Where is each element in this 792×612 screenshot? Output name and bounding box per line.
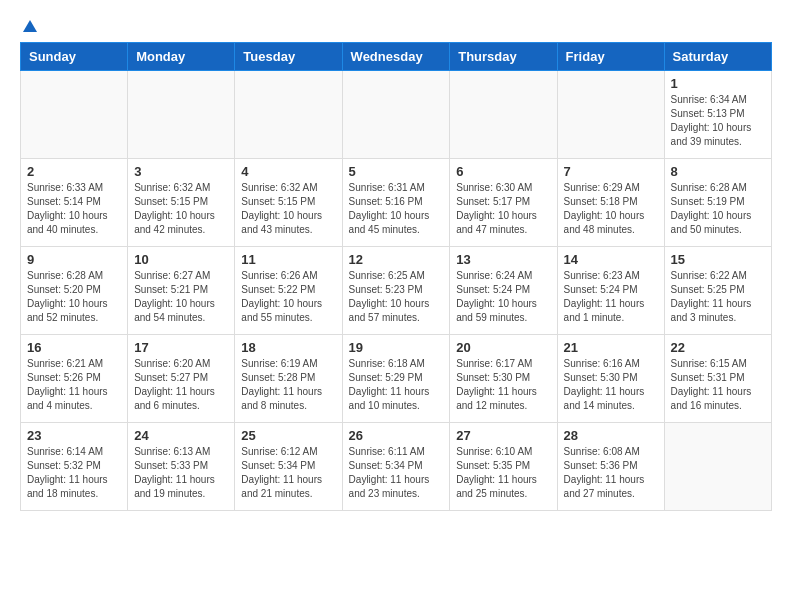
day-cell (664, 423, 771, 511)
day-number: 7 (564, 164, 658, 179)
day-detail: Sunrise: 6:32 AM Sunset: 5:15 PM Dayligh… (134, 181, 228, 237)
day-number: 16 (27, 340, 121, 355)
day-cell: 15Sunrise: 6:22 AM Sunset: 5:25 PM Dayli… (664, 247, 771, 335)
day-detail: Sunrise: 6:21 AM Sunset: 5:26 PM Dayligh… (27, 357, 121, 413)
day-detail: Sunrise: 6:12 AM Sunset: 5:34 PM Dayligh… (241, 445, 335, 501)
day-number: 1 (671, 76, 765, 91)
day-cell: 27Sunrise: 6:10 AM Sunset: 5:35 PM Dayli… (450, 423, 557, 511)
day-number: 27 (456, 428, 550, 443)
day-detail: Sunrise: 6:28 AM Sunset: 5:20 PM Dayligh… (27, 269, 121, 325)
day-number: 18 (241, 340, 335, 355)
header-saturday: Saturday (664, 43, 771, 71)
day-detail: Sunrise: 6:26 AM Sunset: 5:22 PM Dayligh… (241, 269, 335, 325)
day-number: 14 (564, 252, 658, 267)
day-cell: 18Sunrise: 6:19 AM Sunset: 5:28 PM Dayli… (235, 335, 342, 423)
week-row-2: 9Sunrise: 6:28 AM Sunset: 5:20 PM Daylig… (21, 247, 772, 335)
header-sunday: Sunday (21, 43, 128, 71)
day-number: 26 (349, 428, 444, 443)
day-detail: Sunrise: 6:20 AM Sunset: 5:27 PM Dayligh… (134, 357, 228, 413)
day-number: 28 (564, 428, 658, 443)
header-friday: Friday (557, 43, 664, 71)
day-number: 12 (349, 252, 444, 267)
day-number: 24 (134, 428, 228, 443)
day-number: 15 (671, 252, 765, 267)
day-detail: Sunrise: 6:34 AM Sunset: 5:13 PM Dayligh… (671, 93, 765, 149)
day-cell: 2Sunrise: 6:33 AM Sunset: 5:14 PM Daylig… (21, 159, 128, 247)
day-cell (128, 71, 235, 159)
logo (20, 20, 37, 32)
day-detail: Sunrise: 6:16 AM Sunset: 5:30 PM Dayligh… (564, 357, 658, 413)
day-cell: 26Sunrise: 6:11 AM Sunset: 5:34 PM Dayli… (342, 423, 450, 511)
day-cell: 7Sunrise: 6:29 AM Sunset: 5:18 PM Daylig… (557, 159, 664, 247)
day-detail: Sunrise: 6:31 AM Sunset: 5:16 PM Dayligh… (349, 181, 444, 237)
day-detail: Sunrise: 6:22 AM Sunset: 5:25 PM Dayligh… (671, 269, 765, 325)
day-number: 2 (27, 164, 121, 179)
calendar-header-row: SundayMondayTuesdayWednesdayThursdayFrid… (21, 43, 772, 71)
day-cell: 17Sunrise: 6:20 AM Sunset: 5:27 PM Dayli… (128, 335, 235, 423)
day-detail: Sunrise: 6:24 AM Sunset: 5:24 PM Dayligh… (456, 269, 550, 325)
day-cell (342, 71, 450, 159)
day-cell: 6Sunrise: 6:30 AM Sunset: 5:17 PM Daylig… (450, 159, 557, 247)
day-detail: Sunrise: 6:33 AM Sunset: 5:14 PM Dayligh… (27, 181, 121, 237)
day-detail: Sunrise: 6:11 AM Sunset: 5:34 PM Dayligh… (349, 445, 444, 501)
day-detail: Sunrise: 6:18 AM Sunset: 5:29 PM Dayligh… (349, 357, 444, 413)
day-cell (235, 71, 342, 159)
day-cell: 28Sunrise: 6:08 AM Sunset: 5:36 PM Dayli… (557, 423, 664, 511)
day-cell: 23Sunrise: 6:14 AM Sunset: 5:32 PM Dayli… (21, 423, 128, 511)
day-detail: Sunrise: 6:10 AM Sunset: 5:35 PM Dayligh… (456, 445, 550, 501)
day-cell: 22Sunrise: 6:15 AM Sunset: 5:31 PM Dayli… (664, 335, 771, 423)
day-detail: Sunrise: 6:30 AM Sunset: 5:17 PM Dayligh… (456, 181, 550, 237)
day-detail: Sunrise: 6:27 AM Sunset: 5:21 PM Dayligh… (134, 269, 228, 325)
day-number: 3 (134, 164, 228, 179)
week-row-4: 23Sunrise: 6:14 AM Sunset: 5:32 PM Dayli… (21, 423, 772, 511)
day-detail: Sunrise: 6:29 AM Sunset: 5:18 PM Dayligh… (564, 181, 658, 237)
day-number: 17 (134, 340, 228, 355)
day-cell: 8Sunrise: 6:28 AM Sunset: 5:19 PM Daylig… (664, 159, 771, 247)
day-cell: 9Sunrise: 6:28 AM Sunset: 5:20 PM Daylig… (21, 247, 128, 335)
calendar-table: SundayMondayTuesdayWednesdayThursdayFrid… (20, 42, 772, 511)
day-cell: 21Sunrise: 6:16 AM Sunset: 5:30 PM Dayli… (557, 335, 664, 423)
day-cell: 14Sunrise: 6:23 AM Sunset: 5:24 PM Dayli… (557, 247, 664, 335)
day-number: 11 (241, 252, 335, 267)
day-detail: Sunrise: 6:28 AM Sunset: 5:19 PM Dayligh… (671, 181, 765, 237)
day-cell: 5Sunrise: 6:31 AM Sunset: 5:16 PM Daylig… (342, 159, 450, 247)
header-thursday: Thursday (450, 43, 557, 71)
day-detail: Sunrise: 6:13 AM Sunset: 5:33 PM Dayligh… (134, 445, 228, 501)
day-number: 10 (134, 252, 228, 267)
day-cell: 3Sunrise: 6:32 AM Sunset: 5:15 PM Daylig… (128, 159, 235, 247)
day-cell (21, 71, 128, 159)
day-number: 22 (671, 340, 765, 355)
week-row-1: 2Sunrise: 6:33 AM Sunset: 5:14 PM Daylig… (21, 159, 772, 247)
day-detail: Sunrise: 6:17 AM Sunset: 5:30 PM Dayligh… (456, 357, 550, 413)
week-row-3: 16Sunrise: 6:21 AM Sunset: 5:26 PM Dayli… (21, 335, 772, 423)
day-number: 4 (241, 164, 335, 179)
header-tuesday: Tuesday (235, 43, 342, 71)
day-detail: Sunrise: 6:25 AM Sunset: 5:23 PM Dayligh… (349, 269, 444, 325)
day-number: 5 (349, 164, 444, 179)
day-cell: 16Sunrise: 6:21 AM Sunset: 5:26 PM Dayli… (21, 335, 128, 423)
day-detail: Sunrise: 6:14 AM Sunset: 5:32 PM Dayligh… (27, 445, 121, 501)
day-cell: 19Sunrise: 6:18 AM Sunset: 5:29 PM Dayli… (342, 335, 450, 423)
day-detail: Sunrise: 6:08 AM Sunset: 5:36 PM Dayligh… (564, 445, 658, 501)
day-number: 19 (349, 340, 444, 355)
day-number: 13 (456, 252, 550, 267)
day-cell: 25Sunrise: 6:12 AM Sunset: 5:34 PM Dayli… (235, 423, 342, 511)
day-cell: 1Sunrise: 6:34 AM Sunset: 5:13 PM Daylig… (664, 71, 771, 159)
week-row-0: 1Sunrise: 6:34 AM Sunset: 5:13 PM Daylig… (21, 71, 772, 159)
day-cell: 20Sunrise: 6:17 AM Sunset: 5:30 PM Dayli… (450, 335, 557, 423)
page-header (20, 20, 772, 32)
day-cell: 12Sunrise: 6:25 AM Sunset: 5:23 PM Dayli… (342, 247, 450, 335)
day-number: 6 (456, 164, 550, 179)
day-detail: Sunrise: 6:23 AM Sunset: 5:24 PM Dayligh… (564, 269, 658, 325)
day-detail: Sunrise: 6:32 AM Sunset: 5:15 PM Dayligh… (241, 181, 335, 237)
day-cell (450, 71, 557, 159)
day-number: 25 (241, 428, 335, 443)
day-cell (557, 71, 664, 159)
day-cell: 10Sunrise: 6:27 AM Sunset: 5:21 PM Dayli… (128, 247, 235, 335)
header-monday: Monday (128, 43, 235, 71)
day-detail: Sunrise: 6:19 AM Sunset: 5:28 PM Dayligh… (241, 357, 335, 413)
day-number: 8 (671, 164, 765, 179)
day-cell: 24Sunrise: 6:13 AM Sunset: 5:33 PM Dayli… (128, 423, 235, 511)
day-cell: 11Sunrise: 6:26 AM Sunset: 5:22 PM Dayli… (235, 247, 342, 335)
day-number: 9 (27, 252, 121, 267)
